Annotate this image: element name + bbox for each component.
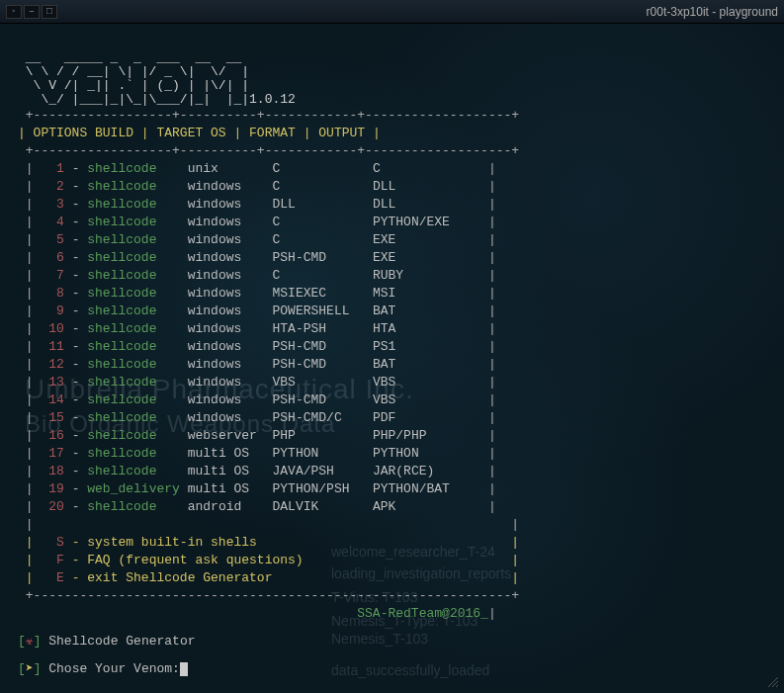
terminal-cursor: [180, 662, 188, 676]
table-row[interactable]: | 20 - shellcode android DALVIK APK |: [18, 498, 766, 516]
prompt-line-2[interactable]: [➤] Chose Your Venom:: [18, 660, 766, 678]
svg-line-2: [776, 685, 778, 687]
table-row[interactable]: | 16 - shellcode webserver PHP PHP/PHP |: [18, 427, 766, 445]
table-row[interactable]: | 8 - shellcode windows MSIEXEC MSI |: [18, 285, 766, 303]
version-text: 1.0.12: [249, 92, 296, 107]
window-controls: ◦ – □: [6, 5, 57, 19]
table-header-border: +------------------+----------+---------…: [18, 142, 766, 160]
prompt-line-1: [☣] Shellcode Generator: [18, 633, 766, 650]
table-row[interactable]: | 2 - shellcode windows C DLL |: [18, 178, 766, 196]
window-minimize-button[interactable]: –: [24, 5, 40, 19]
table-row[interactable]: | 9 - shellcode windows POWERSHELL BAT |: [18, 303, 766, 320]
menu-item-faq[interactable]: | F - FAQ (frequent ask questions) |: [18, 552, 766, 569]
table-row[interactable]: | 7 - shellcode windows C RUBY |: [18, 267, 766, 285]
table-row[interactable]: | 18 - shellcode multi OS JAVA/PSH JAR(R…: [18, 463, 766, 480]
table-blank-row: | |: [18, 516, 766, 534]
resize-icon: [766, 675, 780, 689]
window-title: r00t-3xp10it - playground: [647, 5, 778, 19]
table-row[interactable]: | 19 - web_delivery multi OS PYTHON/PSH …: [18, 480, 766, 498]
table-row[interactable]: | 13 - shellcode windows VBS VBS |: [18, 374, 766, 391]
table-row[interactable]: | 3 - shellcode windows DLL DLL |: [18, 196, 766, 214]
table-header: | OPTIONS BUILD | TARGET OS | FORMAT | O…: [18, 125, 766, 142]
menu-item-exit[interactable]: | E - exit Shellcode Generator |: [18, 569, 766, 587]
table-bottom-border: +---------------------------------------…: [18, 587, 766, 605]
table-top-border: +------------------+----------+---------…: [18, 107, 766, 125]
table-row[interactable]: | 11 - shellcode windows PSH-CMD PS1 |: [18, 338, 766, 356]
terminal-output[interactable]: __ _____ _ _ ___ __ __ \ \ / / __| \| |/…: [0, 24, 784, 686]
table-row[interactable]: | 12 - shellcode windows PSH-CMD BAT |: [18, 356, 766, 374]
window-resize-handle[interactable]: [766, 675, 780, 689]
table-row[interactable]: | 4 - shellcode windows C PYTHON/EXE |: [18, 214, 766, 231]
menu-item-shells[interactable]: | S - system built-in shells |: [18, 534, 766, 552]
table-row[interactable]: | 10 - shellcode windows HTA-PSH HTA |: [18, 320, 766, 338]
window-menu-button[interactable]: ◦: [6, 5, 22, 19]
table-row[interactable]: | 6 - shellcode windows PSH-CMD EXE |: [18, 249, 766, 267]
table-row[interactable]: | 5 - shellcode windows C EXE |: [18, 231, 766, 249]
window-maximize-button[interactable]: □: [42, 5, 57, 19]
ascii-logo: __ _____ _ _ ___ __ __ \ \ / / __| \| |/…: [18, 51, 766, 107]
table-row[interactable]: | 1 - shellcode unix C C |: [18, 160, 766, 178]
footer-team-line: SSA-RedTeam@2016_|: [18, 605, 766, 623]
window-titlebar[interactable]: ◦ – □ r00t-3xp10it - playground: [0, 0, 784, 24]
table-row[interactable]: | 15 - shellcode windows PSH-CMD/C PDF |: [18, 409, 766, 427]
table-row[interactable]: | 17 - shellcode multi OS PYTHON PYTHON …: [18, 445, 766, 463]
table-row[interactable]: | 14 - shellcode windows PSH-CMD VBS |: [18, 391, 766, 409]
